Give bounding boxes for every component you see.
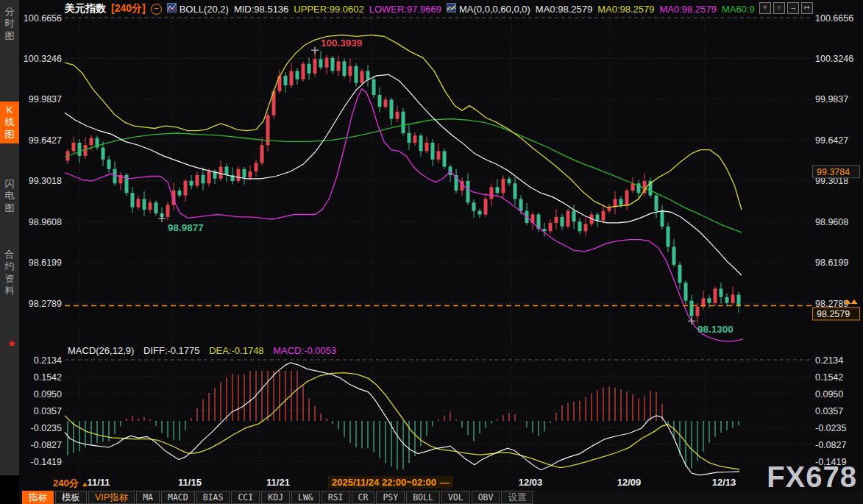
macd-axis-label-right: 0.0950 <box>815 389 843 400</box>
macd-dea-line <box>65 373 739 469</box>
period-badge: [240分] <box>111 2 146 15</box>
vertical-gridlines <box>79 19 705 475</box>
time-axis-label: 11/11 <box>87 477 110 488</box>
macd-header: MACD(26,12,9) DIFF:-0.1775 DEA:-0.1748 M… <box>68 345 343 356</box>
crosshair-time-text: 2025/11/24 22:00~02:00 <box>332 477 436 488</box>
ma60-value: MA60:9 <box>722 4 755 15</box>
price-axis-label-right: 100.3246 <box>815 54 853 64</box>
crosshair-dash: — <box>440 477 450 488</box>
boll-mid-value: MID:98.5136 <box>234 4 288 15</box>
time-axis-label: 11/15 <box>178 477 202 488</box>
boll-indicator-icon[interactable] <box>167 3 177 15</box>
indicator-header-bar: 美元指数 [240分] − BOLL(20,2) MID:98.5136 UPP… <box>19 0 863 18</box>
app-window: 100.6656100.6656100.3246100.324699.98379… <box>0 0 863 504</box>
chart-control-icons: +↑→↦ <box>759 2 813 14</box>
current-price-badge: 98.2579 <box>813 308 860 320</box>
price-axis-label-left: 99.9837 <box>29 94 62 104</box>
macd-axis-label-left: -0.1419 <box>31 457 62 467</box>
macd-diff-value: DIFF:-0.1775 <box>143 345 200 356</box>
toolbar-item-BIAS[interactable]: BIAS <box>196 491 230 504</box>
macd-axis-label-left: 0.0950 <box>34 389 62 400</box>
macd-axis-label-right: -0.0235 <box>815 423 846 433</box>
svg-text:100.3939: 100.3939 <box>321 38 362 49</box>
macd-axis-label-right: 0.0357 <box>815 406 843 416</box>
toolbar-item-MACD[interactable]: MACD <box>161 491 195 504</box>
candlestick-layer <box>66 50 741 323</box>
sidebar-item-contract-info[interactable]: 合约资料 <box>0 246 19 299</box>
price-gridlines: 100.6656100.6656100.3246100.324699.98379… <box>24 13 853 467</box>
price-axis-label-right: 98.6199 <box>815 258 848 268</box>
period-selector-label: 240分 <box>53 478 79 489</box>
toolbar-item-设置[interactable]: 设置 <box>501 491 533 504</box>
toolbar-item-CCI[interactable]: CCI <box>231 491 260 504</box>
crosshair-time-badge: 2025/11/24 22:00~02:00— <box>328 476 453 489</box>
time-axis-label: 12/09 <box>617 477 642 488</box>
svg-text:98.9877: 98.9877 <box>168 222 204 233</box>
time-axis-label: 12/03 <box>519 477 543 488</box>
toolbar-item-PSY[interactable]: PSY <box>376 491 405 504</box>
svg-text:98.2579: 98.2579 <box>817 309 850 319</box>
toolbar-item-VOL[interactable]: VOL <box>441 491 470 504</box>
macd-axis-label-left: -0.0827 <box>31 440 62 450</box>
toolbar-item-模板[interactable]: 模板 <box>55 491 87 504</box>
price-annotation: 100.3939 <box>311 38 362 54</box>
symbol-title: 美元指数 <box>65 2 106 15</box>
price-axis-label-left: 98.9608 <box>29 217 62 227</box>
time-axis: 240分 ▲ 11/1111/1511/212025/11/24 22:00~0… <box>19 476 863 490</box>
price-axis-label-left: 99.6427 <box>29 135 62 146</box>
macd-axis-label-right: 0.2134 <box>815 355 843 366</box>
boll-mid-line <box>65 74 742 275</box>
period-selector[interactable]: 240分 ▲ <box>53 477 88 490</box>
boll-params: BOLL(20,2) <box>180 4 229 15</box>
sidebar-item-flash-chart[interactable]: 闪电图 <box>0 175 19 217</box>
ma-indicator-icon[interactable] <box>447 3 456 15</box>
indicator-toolbar: 指标模板VIP指标MAMACDBIASCCIKDJLW&RSICRPSYBOLL… <box>19 490 863 504</box>
brand-watermark: FX678 <box>767 461 857 494</box>
zoom-in-icon[interactable]: ↑ <box>773 2 785 14</box>
sidebar-item-label: 分时图 <box>4 6 15 42</box>
toolbar-item-MA[interactable]: MA <box>136 491 160 504</box>
sidebar-item-label: 闪电图 <box>4 178 15 214</box>
collapse-icon[interactable]: − <box>151 4 162 15</box>
goto-latest-icon[interactable]: ↦ <box>801 2 813 14</box>
sidebar-item-candle-chart[interactable]: K线图 <box>0 102 19 143</box>
toolbar-item-BOLL[interactable]: BOLL <box>406 491 440 504</box>
price-axis-label-left: 100.3246 <box>24 54 62 64</box>
ma-params: MA(0,0,0,60,0,0) <box>459 4 530 15</box>
price-axis-label-right: 98.2789 <box>815 299 848 309</box>
macd-axis-label-right: -0.0827 <box>815 440 846 450</box>
macd-axis-label-left: 0.0357 <box>34 406 62 416</box>
toolbar-item-RSI[interactable]: RSI <box>322 491 350 504</box>
pan-icon[interactable]: + <box>759 2 771 14</box>
price-axis-label-left: 98.6199 <box>29 258 62 268</box>
sidebar-item-label: K线图 <box>4 104 15 141</box>
toolbar-item-VIP指标[interactable]: VIP指标 <box>88 491 135 504</box>
ma0-magenta-value: MA0:98.2579 <box>660 4 717 15</box>
boll-upper-value: UPPER:99.0602 <box>294 4 363 15</box>
macd-dea-value: DEA:-0.1748 <box>209 345 263 356</box>
toolbar-item-OBV[interactable]: OBV <box>472 491 500 504</box>
price-axis-label-right: 98.9608 <box>815 217 848 227</box>
ma0-white-value: MA0:98.2579 <box>536 4 592 15</box>
macd-axis-label-left: -0.0235 <box>31 423 62 433</box>
settlement-price-marker: 99.3784 <box>813 166 860 178</box>
toolbar-item-CR[interactable]: CR <box>352 491 375 504</box>
macd-axis-label-left: 0.1542 <box>34 372 62 383</box>
macd-axis-label-left: 0.2134 <box>34 355 62 366</box>
boll-lower-value: LOWER:97.9669 <box>369 4 441 15</box>
macd-params: MACD(26,12,9) <box>68 345 134 356</box>
ma0-yellow-value: MA0:98.2579 <box>597 4 654 15</box>
price-axis-label-right: 99.9837 <box>815 94 848 104</box>
toolbar-item-KDJ[interactable]: KDJ <box>261 491 290 504</box>
toolbar-item-指标[interactable]: 指标 <box>22 491 54 504</box>
toolbar-item-LW&[interactable]: LW& <box>291 491 320 504</box>
svg-text:99.3784: 99.3784 <box>817 167 850 177</box>
main-chart[interactable]: 100.6656100.6656100.3246100.324699.98379… <box>0 0 863 504</box>
sidebar: 分时图 K线图 闪电图 合约资料 <box>0 0 19 475</box>
live-indicator-icon: * <box>9 337 15 355</box>
sidebar-item-timeline-chart[interactable]: 分时图 <box>0 3 19 45</box>
price-axis-label-left: 99.3018 <box>29 176 62 186</box>
macd-histogram <box>68 371 739 470</box>
zoom-out-icon[interactable]: → <box>787 2 799 14</box>
macd-hist-value: MACD:-0.0053 <box>273 345 336 356</box>
